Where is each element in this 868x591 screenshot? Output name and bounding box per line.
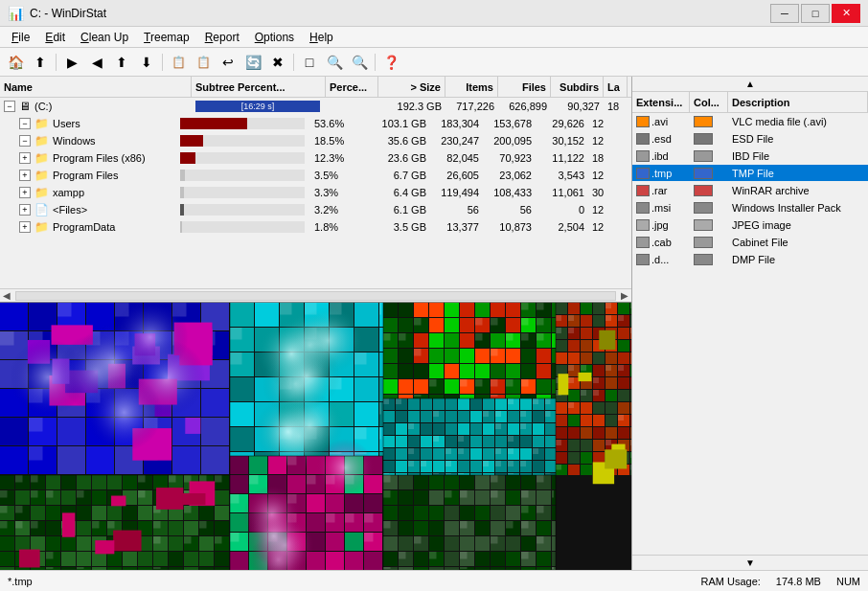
tree-body[interactable]: −🖥(C:)[16:29 s]192.3 GB717,226626,89990,… xyxy=(0,98,631,288)
expand-icon[interactable]: + xyxy=(19,221,31,233)
header-perce[interactable]: Perce... xyxy=(326,77,378,97)
tb-paste[interactable]: 📋 xyxy=(192,52,215,73)
tree-row[interactable]: −📁Users53.6%103.1 GB183,304153,67829,626… xyxy=(0,115,631,132)
ext-body[interactable]: .aviVLC media file (.avi).esdESD File.ib… xyxy=(632,113,868,555)
menu-help[interactable]: Help xyxy=(302,29,341,46)
menu-treemap[interactable]: Treemap xyxy=(136,29,197,46)
perce-cell: 12.3% xyxy=(310,149,363,166)
ext-header-col2[interactable]: Col... xyxy=(690,92,728,112)
ext-name-cell: .d... xyxy=(632,251,690,267)
header-name[interactable]: Name xyxy=(0,77,192,97)
ext-row[interactable]: .esdESD File xyxy=(632,130,868,148)
tree-row[interactable]: +📁Program Files3.5%6.7 GB26,60523,0623,5… xyxy=(0,167,631,184)
subdirs-cell: 11,061 xyxy=(536,184,588,200)
ext-color-cell xyxy=(690,165,728,181)
ext-row[interactable]: .aviVLC media file (.avi) xyxy=(632,113,868,130)
header-files[interactable]: Files xyxy=(498,77,551,97)
header-items[interactable]: Items xyxy=(445,77,498,97)
expand-icon[interactable]: − xyxy=(19,135,31,147)
subdirs-cell: 30,152 xyxy=(536,132,588,148)
menu-cleanup[interactable]: Clean Up xyxy=(73,29,136,46)
expand-icon[interactable]: + xyxy=(19,152,31,164)
maximize-button[interactable]: □ xyxy=(801,4,830,23)
ext-header-col3[interactable]: Description xyxy=(728,92,868,112)
tree-row[interactable]: +📄<Files>3.2%6.1 GB5656012 xyxy=(0,201,631,218)
tb-back[interactable]: ◀ xyxy=(85,52,108,73)
ext-desc-cell: IBD File xyxy=(728,148,868,164)
tree-hscroll[interactable]: ◀ ▶ xyxy=(0,288,631,302)
ext-row[interactable]: .msiWindows Installer Pack xyxy=(632,199,868,216)
menu-file[interactable]: File xyxy=(4,29,37,46)
main-area: Name Subtree Percent... Perce... > Size … xyxy=(0,77,868,570)
files-cell: 56 xyxy=(483,201,536,217)
tb-undo[interactable]: ↩ xyxy=(217,52,240,73)
ext-row[interactable]: .cabCabinet File xyxy=(632,234,868,251)
tb-up1[interactable]: 🏠 xyxy=(4,52,27,73)
la-cell: 30 xyxy=(588,184,612,200)
header-la[interactable]: La xyxy=(604,77,628,97)
ext-color-swatch xyxy=(636,254,650,265)
scroll-right[interactable]: ▶ xyxy=(618,289,631,302)
tree-row[interactable]: −📁Windows18.5%35.6 GB230,247200,09530,15… xyxy=(0,132,631,149)
tree-row[interactable]: +📁Program Files (x86)12.3%23.6 GB82,0457… xyxy=(0,149,631,167)
expand-icon[interactable]: − xyxy=(4,101,15,112)
files-cell: 626,899 xyxy=(498,98,551,114)
header-size[interactable]: > Size xyxy=(378,77,445,97)
ext-row[interactable]: .tmpTMP File xyxy=(632,165,868,182)
color-swatch xyxy=(694,133,713,145)
expand-icon[interactable]: + xyxy=(19,187,31,198)
tb-zoom-out[interactable]: 🔍 xyxy=(348,52,371,73)
tb-copy[interactable]: 📋 xyxy=(167,52,190,73)
perce-cell: 3.2% xyxy=(310,201,363,217)
tb-down[interactable]: ⬆ xyxy=(110,52,133,73)
tree-row[interactable]: +📁xampp3.3%6.4 GB119,494108,43311,06130 xyxy=(0,184,631,201)
expand-icon[interactable]: − xyxy=(19,118,31,129)
tb-help[interactable]: ❓ xyxy=(379,52,402,73)
ext-header-col1[interactable]: Extensi... xyxy=(632,92,690,112)
files-cell: 108,433 xyxy=(483,184,536,200)
color-swatch xyxy=(694,219,713,231)
toolbar: 🏠 ⬆ ▶ ◀ ⬆ ⬇ 📋 📋 ↩ 🔄 ✖ □ 🔍 🔍 ❓ xyxy=(0,48,868,77)
tb-refresh[interactable]: 🔄 xyxy=(241,52,264,73)
header-subdirs[interactable]: Subdirs xyxy=(551,77,604,97)
tb-zoom-in[interactable]: 🔍 xyxy=(323,52,346,73)
header-subtree[interactable]: Subtree Percent... xyxy=(192,77,326,97)
tb-up2[interactable]: ⬆ xyxy=(29,52,52,73)
minimize-button[interactable]: ─ xyxy=(770,4,799,23)
scroll-left[interactable]: ◀ xyxy=(0,289,13,302)
treemap-canvas[interactable] xyxy=(0,303,631,570)
tb-fwd[interactable]: ⬇ xyxy=(135,52,158,73)
folder-icon: 📁 xyxy=(34,220,49,234)
tb-play[interactable]: ▶ xyxy=(60,52,83,73)
ext-color-swatch xyxy=(636,237,650,248)
folder-icon: 📁 xyxy=(34,169,49,182)
ext-name-cell: .tmp xyxy=(632,165,690,181)
ext-color-swatch xyxy=(636,168,650,179)
ext-text: .cab xyxy=(651,237,672,248)
ext-row[interactable]: .rarWinRAR archive xyxy=(632,182,868,199)
ext-desc-cell: ESD File xyxy=(728,130,868,147)
ext-row[interactable]: .ibdIBD File xyxy=(632,148,868,165)
color-swatch xyxy=(694,202,713,214)
tree-row[interactable]: +📁ProgramData1.8%3.5 GB13,37710,8732,504… xyxy=(0,218,631,236)
ext-name-cell: .jpg xyxy=(632,216,690,233)
tb-new[interactable]: □ xyxy=(298,52,321,73)
close-button[interactable]: ✕ xyxy=(832,4,860,23)
color-swatch xyxy=(694,168,713,179)
row-name-text: Windows xyxy=(53,135,96,147)
expand-icon[interactable]: + xyxy=(19,170,31,181)
ext-scroll-down[interactable]: ▼ xyxy=(745,557,755,568)
menu-edit[interactable]: Edit xyxy=(37,29,73,46)
ext-row[interactable]: .jpgJPEG image xyxy=(632,216,868,234)
ext-desc-cell: Cabinet File xyxy=(728,234,868,250)
tree-row[interactable]: −🖥(C:)[16:29 s]192.3 GB717,226626,89990,… xyxy=(0,98,631,115)
menu-report[interactable]: Report xyxy=(197,29,247,46)
subtree-bar-container xyxy=(180,221,305,233)
ext-row[interactable]: .d...DMP File xyxy=(632,251,868,268)
ext-scroll-up[interactable]: ▲ xyxy=(745,79,755,89)
subtree-cell xyxy=(176,201,310,217)
menu-options[interactable]: Options xyxy=(247,29,302,46)
tb-delete[interactable]: ✖ xyxy=(266,52,289,73)
ext-name-cell: .avi xyxy=(632,113,690,129)
expand-icon[interactable]: + xyxy=(19,204,31,216)
